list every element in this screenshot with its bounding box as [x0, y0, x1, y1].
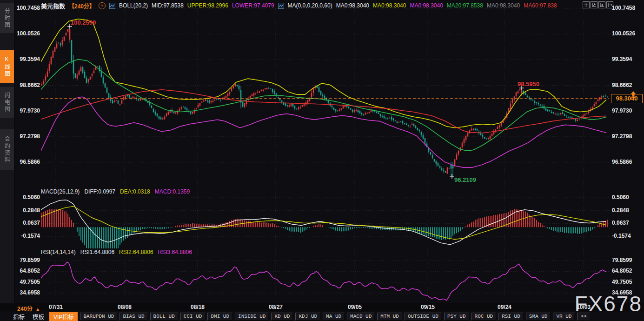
price-axis-label-left: 100.7458: [13, 5, 40, 11]
macd-histogram: [41, 209, 608, 248]
macd-axis-label-left: 0.5060: [13, 194, 40, 201]
sidebar-tab-3[interactable]: 闪电图: [0, 87, 14, 118]
indicator-button-kdj_ud[interactable]: KDJ_UD: [295, 313, 320, 321]
macd-dea-value: DEA:0.0318: [120, 188, 150, 195]
date-label: 07/31: [42, 304, 70, 310]
macd-axis-label-right: 0.0637: [612, 220, 643, 226]
left-tab-strip: 分时图K线图闪电图合约资料: [0, 0, 14, 303]
macd-panel-header: MACD(26,12,9) DIFF:0.0997 DEA:0.0318 MAC…: [41, 188, 190, 195]
rsi-axis-label-left: 34.6958: [13, 289, 40, 296]
indicator-button-kd_ud[interactable]: KD_UD: [271, 313, 293, 321]
time-axis: 240分▲ 07/3108/0808/1808/2709/0509/1509/2…: [0, 303, 644, 312]
macd-axis-label-left: 0.2848: [13, 207, 40, 214]
rsi-line: [41, 262, 606, 301]
price-axis-label-left: 99.3594: [13, 56, 40, 62]
indicator-button-dmi_ud[interactable]: DMI_UD: [207, 313, 232, 321]
price-alert-arrow-icon: [630, 91, 637, 98]
macd-axis-label-right: 0.2848: [612, 207, 643, 214]
indicator-button-vr_ud[interactable]: VR_UD: [553, 313, 575, 321]
indicator-button-bias_ud[interactable]: BIAS_UD: [120, 313, 147, 321]
extreme-markers: [67, 24, 524, 179]
date-label: 08/18: [184, 304, 212, 310]
indicator-button-roc_ud[interactable]: ROC_UD: [471, 313, 497, 321]
macd-macd-value: MACD:0.1359: [155, 188, 190, 195]
indicator-button-boll_ud[interactable]: BOLL_UD: [150, 313, 178, 321]
date-label: 09/05: [341, 304, 369, 310]
date-label: 09/15: [414, 304, 442, 310]
sidebar-tab-2[interactable]: K线图: [0, 50, 14, 83]
toolbar-tab-vip-indicators[interactable]: VIP指标: [49, 312, 78, 321]
toolbar-tab-templates[interactable]: 模板: [30, 312, 47, 321]
chevron-up-icon: ▲: [35, 307, 40, 312]
rsi-axis-label-right: 49.7505: [612, 279, 643, 285]
price-axis-label-right: 97.9730: [612, 107, 643, 114]
sidebar-tab-4[interactable]: 合约资料: [0, 129, 14, 170]
indicator-button-inside_ud[interactable]: INSIDE_UD: [235, 313, 269, 321]
price-axis-label-right: 100.7458: [612, 5, 643, 11]
price-axis-label-right: 98.6662: [612, 82, 643, 88]
date-label: 09/24: [491, 304, 518, 310]
indicator-button-group: BARUPDN_UDBIAS_UDBOLL_UDCCI_UDDMI_UDINSI…: [80, 313, 575, 321]
price-axis-label-right: 97.2798: [612, 133, 643, 140]
rsi-axis-label-left: 49.7505: [13, 279, 40, 285]
indicator-button-cci_ud[interactable]: CCI_UD: [180, 313, 206, 321]
rsi-axis-label-right: 79.8599: [612, 257, 643, 263]
date-label: 08/27: [262, 304, 290, 310]
price-axis-label-left: 98.6662: [13, 82, 40, 88]
candlestick-layer: [41, 27, 608, 176]
price-axis-label-right: 99.3594: [612, 56, 643, 62]
indicator-toolbar: 指标 模板 VIP指标 BARUPDN_UDBIAS_UDBOLL_UDCCI_…: [0, 312, 644, 321]
sidebar-tab-1[interactable]: 分时图: [0, 3, 14, 33]
indicator-button-sma_ud[interactable]: SMA_UD: [526, 313, 551, 321]
rsi-axis-label-right: 64.8052: [612, 268, 643, 274]
fx678-watermark: FX678: [574, 291, 642, 316]
price-axis-label-left: 97.2798: [13, 133, 40, 140]
indicator-button-rsi_ud[interactable]: RSI_UD: [498, 313, 524, 321]
indicator-button-macd_ud[interactable]: MACD_UD: [347, 313, 375, 321]
rsi2-value: RSI2:64.8806: [119, 249, 153, 255]
rsi1-value: RSI1:64.8806: [80, 249, 114, 255]
indicator-button-barupdn_ud[interactable]: BARUPDN_UD: [80, 313, 117, 321]
price-axis-label-left: 100.0526: [13, 30, 40, 37]
macd-axis-label-left: 0.0637: [13, 220, 40, 226]
macd-params: MACD(26,12,9): [41, 188, 80, 195]
rsi-axis-label-left: 79.8599: [13, 257, 40, 263]
indicator-button-ma_ud[interactable]: MA_UD: [323, 313, 345, 321]
price-axis-label-left: 97.9730: [13, 107, 40, 114]
indicator-button-psy_ud[interactable]: PSY_UD: [444, 313, 469, 321]
price-axis-label-right: 100.0526: [612, 30, 643, 37]
trading-terminal: 分时图K线图闪电图合约资料 美元指数 【240分】 + BOLL(20,2) M…: [0, 0, 644, 321]
current-price-badge: 98.3040: [611, 94, 643, 103]
rsi-panel-header: RSI(14,14,14) RSI1:64.8806 RSI2:64.8806 …: [41, 249, 192, 255]
ma20-line: [41, 60, 606, 151]
swing-high-label: 98.5950: [518, 80, 539, 87]
indicator-button-mtm_ud[interactable]: MTM_UD: [377, 313, 402, 321]
macd-axis-label-right: -0.1574: [612, 233, 643, 239]
boll-lower-line: [41, 97, 606, 167]
toolbar-tab-indicators[interactable]: 指标: [10, 312, 27, 321]
macd-diff-value: DIFF:0.0997: [84, 188, 115, 195]
swing-low-label: 96.2109: [454, 176, 476, 183]
indicator-button-outside_ud[interactable]: OUTSIDE_UD: [405, 313, 442, 321]
price-axis-label-left: 96.5866: [13, 159, 40, 165]
rsi3-value: RSI3:64.8806: [158, 249, 192, 255]
main-chart[interactable]: [41, 6, 609, 302]
peak-high-label: 100.2599: [71, 19, 96, 26]
price-axis-label-right: 96.5866: [612, 159, 643, 165]
rsi-params: RSI(14,14,14): [41, 249, 76, 255]
rsi-axis-label-left: 64.8052: [13, 268, 40, 274]
date-label: 08/08: [111, 304, 139, 310]
macd-axis-label-left: -0.1574: [13, 233, 40, 239]
macd-axis-label-right: 0.5060: [612, 194, 643, 201]
boll-upper-line: [41, 19, 606, 128]
